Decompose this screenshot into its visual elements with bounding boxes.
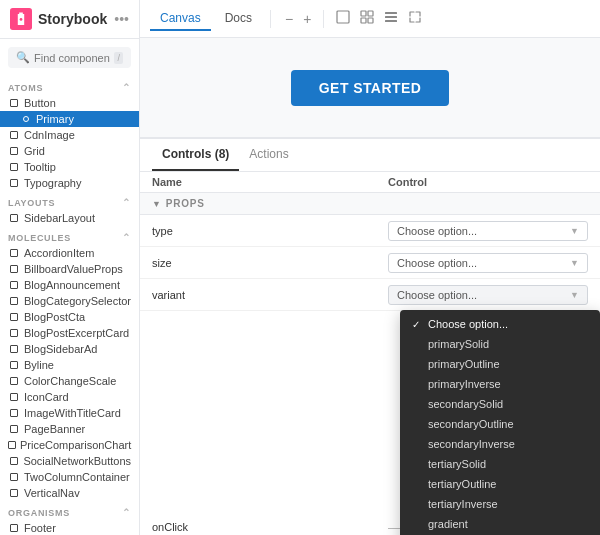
- dropdown-item-primaryoutline[interactable]: primaryOutline: [400, 354, 600, 374]
- dropdown-item-primarysolid[interactable]: primarySolid: [400, 334, 600, 354]
- mol-icon9: [8, 393, 20, 401]
- controls-col-control: Control: [388, 176, 588, 188]
- svg-rect-9: [385, 20, 397, 22]
- check-icon: ✓: [412, 319, 422, 330]
- expand-icon[interactable]: [406, 8, 424, 29]
- svg-rect-2: [337, 11, 349, 23]
- main-area: Canvas Docs − + GET STARTED: [140, 0, 600, 535]
- sidebar-item-socialnetworkbuttons[interactable]: SocialNetworkButtons: [0, 453, 139, 469]
- sidebar-content: ATOMS ⌃ Button Primary CdnImage Grid Too…: [0, 76, 139, 535]
- sidebar-item-blogannouncement[interactable]: BlogAnnouncement: [0, 277, 139, 293]
- sidebar: Storybook ••• 🔍 / ATOMS ⌃ Button Primary…: [0, 0, 140, 535]
- sidebar-item-pricecomparisonchart[interactable]: PriceComparisonChart: [0, 437, 139, 453]
- sidebar-item-typography[interactable]: Typography: [0, 175, 139, 191]
- dropdown-item-tertiaryoutline[interactable]: tertiaryOutline: [400, 474, 600, 494]
- dropdown-item-tertiarysolid[interactable]: tertiarySolid: [400, 454, 600, 474]
- tab-actions[interactable]: Actions: [239, 139, 298, 171]
- group-icon5: [8, 179, 20, 187]
- sidebar-item-iconcard[interactable]: IconCard: [0, 389, 139, 405]
- get-started-button[interactable]: GET STARTED: [291, 70, 449, 106]
- variant-dropdown: ✓Choose option... primarySolid primaryOu…: [400, 310, 600, 535]
- search-input[interactable]: [34, 52, 110, 64]
- dropdown-item-secondaryinverse[interactable]: secondaryInverse: [400, 434, 600, 454]
- sidebar-menu-icon[interactable]: •••: [114, 11, 129, 27]
- frame-icon[interactable]: [334, 8, 352, 29]
- sidebar-item-blogpostexcerptcard[interactable]: BlogPostExcerptCard: [0, 325, 139, 341]
- variant-select[interactable]: Choose option... ▼: [388, 285, 588, 305]
- sidebar-item-imagewithtitlecard[interactable]: ImageWithTitleCard: [0, 405, 139, 421]
- item-icon: [20, 116, 32, 122]
- list-icon[interactable]: [382, 8, 400, 29]
- layouts-chevron[interactable]: ⌃: [122, 197, 131, 208]
- toolbar: Canvas Docs − +: [140, 0, 600, 38]
- toolbar-divider: [270, 10, 271, 28]
- sidebar-item-billboardvalueprops[interactable]: BillboardValueProps: [0, 261, 139, 277]
- mol-icon5: [8, 329, 20, 337]
- sidebar-item-blogpostcta[interactable]: BlogPostCta: [0, 309, 139, 325]
- mol-icon6: [8, 345, 20, 353]
- tab-controls[interactable]: Controls (8): [152, 139, 239, 171]
- controls-tabs: Controls (8) Actions: [140, 139, 600, 172]
- molecules-chevron[interactable]: ⌃: [122, 232, 131, 243]
- mol-icon13: [8, 457, 19, 465]
- svg-rect-8: [385, 16, 397, 18]
- sidebar-item-pagebanner[interactable]: PageBanner: [0, 421, 139, 437]
- sidebar-item-accordionitem[interactable]: AccordionItem: [0, 245, 139, 261]
- sidebar-item-grid[interactable]: Grid: [0, 143, 139, 159]
- sidebar-item-byline[interactable]: Byline: [0, 357, 139, 373]
- sidebar-item-blogcategoryselector[interactable]: BlogCategorySelector: [0, 293, 139, 309]
- dropdown-item-primaryinverse[interactable]: primaryInverse: [400, 374, 600, 394]
- dropdown-item-secondaryoutline[interactable]: secondaryOutline: [400, 414, 600, 434]
- sidebar-item-blogsidebarad[interactable]: BlogSidebarAd: [0, 341, 139, 357]
- zoom-in-icon[interactable]: +: [301, 9, 313, 29]
- prop-type-label: type: [152, 225, 388, 237]
- sidebar-search-box[interactable]: 🔍 /: [8, 47, 131, 68]
- controls-panel: Controls (8) Actions Name Control ▼ PROP…: [140, 138, 600, 535]
- mol-icon4: [8, 313, 20, 321]
- prop-type-control: Choose option... ▼: [388, 221, 588, 241]
- dropdown-item-tertiaryinverse[interactable]: tertiaryInverse: [400, 494, 600, 514]
- toolbar-icons: − +: [283, 8, 424, 29]
- chevron-down-icon3: ▼: [570, 290, 579, 300]
- chevron-down-icon2: ▼: [570, 258, 579, 268]
- toolbar-divider2: [323, 10, 324, 28]
- controls-header-row: Name Control: [140, 172, 600, 193]
- search-icon: 🔍: [16, 51, 30, 64]
- mol-icon15: [8, 489, 20, 497]
- grid2-icon[interactable]: [358, 8, 376, 29]
- zoom-out-icon[interactable]: −: [283, 9, 295, 29]
- sidebar-item-verticalnav[interactable]: VerticalNav: [0, 485, 139, 501]
- group-icon2: [8, 131, 20, 139]
- mol-icon10: [8, 409, 20, 417]
- sidebar-item-button[interactable]: Button: [0, 95, 139, 111]
- sidebar-section-organisms: ORGANISMS ⌃: [0, 501, 139, 520]
- mol-icon3: [8, 297, 20, 305]
- dropdown-item-secondarysolid[interactable]: secondarySolid: [400, 394, 600, 414]
- sidebar-item-twocolumncontainer[interactable]: TwoColumnContainer: [0, 469, 139, 485]
- sidebar-item-cdnimage[interactable]: CdnImage: [0, 127, 139, 143]
- chevron-down-icon: ▼: [570, 226, 579, 236]
- organisms-chevron[interactable]: ⌃: [122, 507, 131, 518]
- tab-docs[interactable]: Docs: [215, 7, 262, 31]
- sidebar-item-sidebarlayout[interactable]: SidebarLayout: [0, 210, 139, 226]
- org-icon0: [8, 524, 20, 532]
- props-chevron[interactable]: ▼: [152, 199, 162, 209]
- mol-icon12: [8, 441, 16, 449]
- size-select[interactable]: Choose option... ▼: [388, 253, 588, 273]
- sidebar-item-footer[interactable]: Footer: [0, 520, 139, 535]
- atoms-chevron[interactable]: ⌃: [122, 82, 131, 93]
- prop-size-label: size: [152, 257, 388, 269]
- type-select[interactable]: Choose option... ▼: [388, 221, 588, 241]
- sidebar-item-tooltip[interactable]: Tooltip: [0, 159, 139, 175]
- tab-canvas[interactable]: Canvas: [150, 7, 211, 31]
- sidebar-item-colorchangescale[interactable]: ColorChangeScale: [0, 373, 139, 389]
- mol-icon11: [8, 425, 20, 433]
- search-shortcut: /: [114, 52, 123, 64]
- svg-rect-4: [368, 11, 373, 16]
- dropdown-item-choose[interactable]: ✓Choose option...: [400, 314, 600, 334]
- sidebar-section-atoms: ATOMS ⌃: [0, 76, 139, 95]
- dropdown-item-gradient[interactable]: gradient: [400, 514, 600, 534]
- mol-icon8: [8, 377, 20, 385]
- canvas-area: GET STARTED Controls (8) Actions Name Co…: [140, 38, 600, 535]
- sidebar-item-primary[interactable]: Primary: [0, 111, 139, 127]
